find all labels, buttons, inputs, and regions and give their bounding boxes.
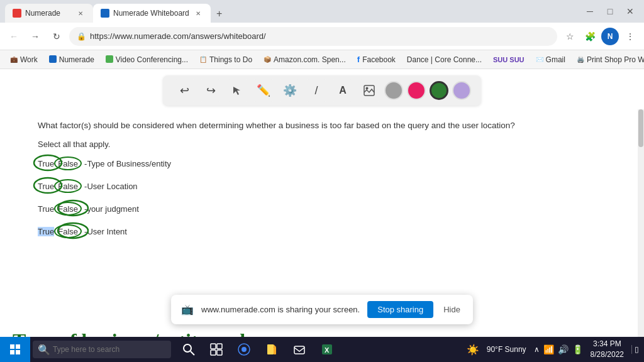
sharing-text: www.numerade.com is sharing your screen. xyxy=(201,305,360,314)
new-tab-button[interactable]: + xyxy=(211,5,228,23)
chrome-window: Numerade ✕ Numerade Whiteboard ✕ + ─ □ ✕… xyxy=(0,0,644,337)
numerade-icon xyxy=(49,55,57,64)
taskbar-icon-email[interactable] xyxy=(287,337,312,362)
bookmark-amazon[interactable]: 📦 Amazon.com. Spen... xyxy=(258,53,351,67)
line-button[interactable]: / xyxy=(305,79,328,102)
url-bar[interactable]: 🔒 https://www.numerade.com/answers/white… xyxy=(69,27,557,46)
battery-icon[interactable]: 🔋 xyxy=(572,344,583,354)
scrollbar[interactable] xyxy=(638,109,644,337)
conferencing-icon xyxy=(106,55,113,64)
taskbar-icon-taskview[interactable] xyxy=(204,337,229,362)
bookmark-print[interactable]: 🖨️ Print Shop Pro Web... xyxy=(572,53,644,67)
taskbar-search-input[interactable] xyxy=(53,345,153,354)
taskbar-search-bar[interactable]: 🔍 xyxy=(33,341,171,358)
clock-time: 3:34 PM xyxy=(591,339,624,349)
svg-rect-10 xyxy=(10,344,14,349)
select-button[interactable] xyxy=(226,79,248,102)
bookmark-gmail[interactable]: ✉️ Gmail xyxy=(531,53,570,67)
option-2-false-circle: False xyxy=(54,179,82,193)
tab-bar: Numerade ✕ Numerade Whiteboard ✕ + ─ □ ✕ xyxy=(0,0,644,23)
tab-whiteboard-close[interactable]: ✕ xyxy=(193,8,203,18)
svg-rect-17 xyxy=(217,344,222,349)
bookmark-conferencing[interactable]: Video Conferencing... xyxy=(101,53,193,67)
bookmark-numerade[interactable]: Numerade xyxy=(44,53,99,67)
svg-line-15 xyxy=(191,351,194,355)
stop-sharing-button[interactable]: Stop sharing xyxy=(367,301,433,318)
option-1: True False -Type of Business/entity xyxy=(38,156,606,170)
color-green[interactable] xyxy=(430,81,448,100)
chevron-up-icon[interactable]: ∧ xyxy=(534,345,540,354)
start-button[interactable] xyxy=(0,337,30,362)
text-button[interactable]: A xyxy=(331,79,354,102)
bookmark-dance[interactable]: Dance | Core Conne... xyxy=(402,53,487,67)
option-4-false-circle: False xyxy=(54,224,82,238)
svg-rect-1 xyxy=(102,10,108,16)
bookmark-suu-label: SUU SUU xyxy=(493,56,525,63)
taskbar-tray: ☀️ 90°F Sunny ∧ 📶 🔊 🔋 3:34 PM 8/28/2022 … xyxy=(467,339,644,360)
svg-rect-11 xyxy=(16,344,20,349)
work-icon: 💼 xyxy=(10,56,18,63)
tab-numerade-title: Numerade xyxy=(25,9,72,18)
color-pink[interactable] xyxy=(407,81,426,100)
option-2-true: True xyxy=(38,182,54,191)
bookmark-numerade-label: Numerade xyxy=(59,55,94,64)
taskbar: 🔍 X ☀️ 90°F Sunny ∧ 📶 🔊 🔋 xyxy=(0,337,644,362)
bookmark-suu[interactable]: SUU SUU xyxy=(488,53,530,67)
minimize-button[interactable]: ─ xyxy=(581,3,599,20)
maximize-button[interactable]: □ xyxy=(601,3,619,20)
clock-date: 8/28/2022 xyxy=(591,349,624,360)
bookmark-print-label: Print Shop Pro Web... xyxy=(587,55,644,64)
svg-rect-18 xyxy=(211,350,216,355)
bookmark-facebook[interactable]: f Facebook xyxy=(352,53,401,67)
volume-icon[interactable]: 🔊 xyxy=(558,344,569,354)
tab-whiteboard-title: Numerade Whiteboard xyxy=(113,9,189,18)
pen-button[interactable]: ✏️ xyxy=(252,79,275,102)
taskbar-icon-excel[interactable]: X xyxy=(314,337,340,362)
tools-button[interactable]: ⚙️ xyxy=(279,79,301,102)
svg-rect-23 xyxy=(274,347,276,354)
address-bar: ← → ↻ 🔒 https://www.numerade.com/answers… xyxy=(0,23,644,50)
taskbar-icons: X xyxy=(176,337,340,362)
show-desktop-button[interactable]: ▯ xyxy=(631,345,639,354)
bookmark-star-button[interactable]: ☆ xyxy=(561,28,579,45)
forward-button[interactable]: → xyxy=(26,28,44,45)
svg-rect-19 xyxy=(217,350,222,355)
image-button[interactable] xyxy=(358,79,380,102)
back-button[interactable]: ← xyxy=(5,28,23,45)
scrollbar-thumb[interactable] xyxy=(638,109,643,147)
bookmark-todo-label: Things to Do xyxy=(209,55,252,64)
tab-whiteboard[interactable]: Numerade Whiteboard ✕ xyxy=(93,4,211,23)
taskbar-time[interactable]: 3:34 PM 8/28/2022 xyxy=(591,339,624,360)
weather-icon: ☀️ xyxy=(467,344,479,356)
taskbar-icon-chrome[interactable] xyxy=(231,337,257,362)
network-icon[interactable]: 📶 xyxy=(543,344,554,354)
undo-button[interactable]: ↩ xyxy=(173,79,196,102)
content-area: ↩ ↪ ✏️ ⚙️ / A What factor(s) xyxy=(0,69,644,337)
svg-rect-22 xyxy=(267,344,274,354)
hide-button[interactable]: Hide xyxy=(441,302,463,317)
bookmark-work[interactable]: 💼 Work xyxy=(5,53,43,67)
bookmark-dance-label: Dance | Core Conne... xyxy=(407,55,482,64)
tab-numerade-close[interactable]: ✕ xyxy=(75,8,86,18)
profile-button[interactable]: N xyxy=(601,28,619,45)
taskbar-icon-files[interactable] xyxy=(259,337,284,362)
menu-button[interactable]: ⋮ xyxy=(621,28,639,45)
amazon-icon: 📦 xyxy=(264,56,271,63)
sharing-banner: 📺 www.numerade.com is sharing your scree… xyxy=(171,295,473,324)
extensions-button[interactable]: 🧩 xyxy=(581,28,599,45)
svg-rect-2 xyxy=(49,55,57,63)
taskbar-icon-search[interactable] xyxy=(176,337,201,362)
system-tray-icons: ∧ 📶 🔊 🔋 xyxy=(534,344,583,354)
todo-icon: 📋 xyxy=(199,56,207,63)
color-lavender[interactable] xyxy=(452,81,471,100)
refresh-button[interactable]: ↻ xyxy=(48,28,65,45)
svg-rect-24 xyxy=(294,346,304,354)
close-window-button[interactable]: ✕ xyxy=(621,3,639,20)
color-gray[interactable] xyxy=(384,81,403,100)
bookmark-todo[interactable]: 📋 Things to Do xyxy=(194,53,257,67)
tab-numerade[interactable]: Numerade ✕ xyxy=(5,4,93,23)
redo-button[interactable]: ↪ xyxy=(199,79,222,102)
toolbar-actions: ☆ 🧩 N ⋮ xyxy=(561,28,639,45)
bookmark-gmail-label: Gmail xyxy=(546,55,565,64)
option-1-true: True xyxy=(38,159,54,168)
